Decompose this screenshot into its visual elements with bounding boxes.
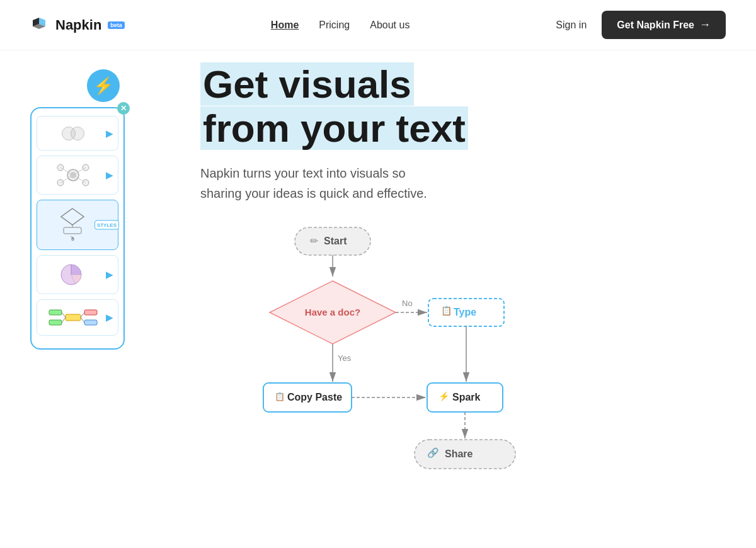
panel-item-mindmap[interactable]: ▶ <box>37 299 118 336</box>
svg-text:Have a doc?: Have a doc? <box>305 307 360 317</box>
headline-line1: Get visuals <box>200 62 414 106</box>
panel-item-flowchart[interactable]: 🖱 STYLES ▶ <box>37 200 118 250</box>
svg-line-23 <box>62 317 66 323</box>
svg-rect-14 <box>64 227 81 234</box>
style-panel: ✕ ▶ <box>30 107 125 350</box>
headline-line2: from your text <box>200 106 468 150</box>
styles-label: STYLES <box>94 220 119 230</box>
hero-content: Get visuals from your text Napkin turns … <box>150 63 726 494</box>
nav-right: Sign in Get Napkin Free → <box>556 11 726 39</box>
start-label: Start <box>324 236 347 246</box>
nav-links: Home Pricing About us <box>271 20 410 31</box>
flowchart-mini <box>52 205 93 237</box>
logo[interactable]: Napkin beta <box>30 15 125 35</box>
svg-line-25 <box>81 312 84 317</box>
svg-text:Spark: Spark <box>452 392 481 402</box>
subheadline: Napkin turns your text into visuals so s… <box>200 163 515 203</box>
flowchart-svg: ✏ Start Have a doc? No 📋 Type Yes <box>200 221 553 492</box>
ui-mockup-panel: ⚡ ✕ ▶ <box>30 82 150 494</box>
venn-diagram-mini <box>62 127 84 140</box>
svg-rect-26 <box>84 320 97 325</box>
nav-home[interactable]: Home <box>271 20 299 31</box>
panel-item-venn[interactable]: ▶ <box>37 116 118 151</box>
svg-text:📋: 📋 <box>275 391 285 402</box>
sign-in-link[interactable]: Sign in <box>556 20 587 31</box>
panel-item-network[interactable]: ▶ <box>37 156 118 195</box>
headline-section: Get visuals from your text Napkin turns … <box>200 63 726 203</box>
svg-text:🔗: 🔗 <box>427 447 439 459</box>
svg-rect-20 <box>49 310 62 315</box>
panel-item-pie[interactable]: ▶ <box>37 255 118 294</box>
svg-marker-13 <box>61 208 84 225</box>
svg-rect-22 <box>49 320 62 325</box>
mindmap-mini <box>48 305 98 330</box>
headline-block: Get visuals from your text <box>200 63 726 151</box>
beta-badge: beta <box>108 21 125 29</box>
svg-rect-19 <box>66 314 81 321</box>
lightning-icon: ⚡ <box>87 69 120 102</box>
navigation: Napkin beta Home Pricing About us Sign i… <box>0 0 756 50</box>
svg-line-21 <box>62 312 66 317</box>
logo-text: Napkin <box>55 17 101 33</box>
svg-text:📋: 📋 <box>441 305 452 316</box>
svg-text:✏: ✏ <box>310 236 319 246</box>
panel-close-button[interactable]: ✕ <box>117 102 130 115</box>
logo-icon <box>30 15 50 35</box>
flowchart-diagram: ✏ Start Have a doc? No 📋 Type Yes <box>200 221 726 494</box>
main-content: ⚡ ✕ ▶ <box>0 63 756 494</box>
svg-text:Copy Paste: Copy Paste <box>287 392 342 402</box>
svg-text:Yes: Yes <box>338 353 352 363</box>
svg-rect-24 <box>84 310 97 315</box>
network-diagram-mini <box>54 161 92 189</box>
svg-text:Type: Type <box>454 307 476 317</box>
get-napkin-button[interactable]: Get Napkin Free → <box>602 11 726 39</box>
svg-text:⚡: ⚡ <box>438 391 450 402</box>
pie-chart-mini <box>57 261 89 288</box>
svg-text:Share: Share <box>445 448 473 459</box>
svg-text:No: No <box>402 299 413 308</box>
nav-about[interactable]: About us <box>370 20 410 31</box>
nav-pricing[interactable]: Pricing <box>319 20 350 31</box>
svg-line-27 <box>81 317 84 323</box>
